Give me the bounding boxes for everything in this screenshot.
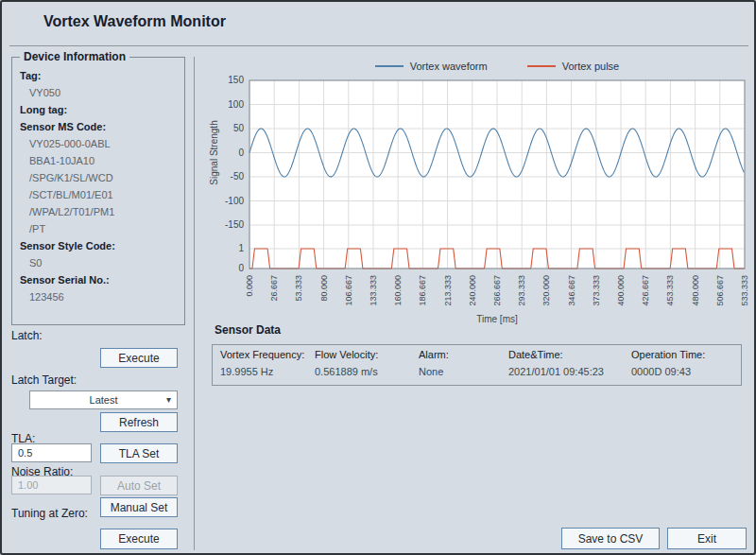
sensor-column-header: Date&Time: [508, 349, 631, 360]
device-field-value: /SCT/BL/M01/E01 [29, 186, 180, 203]
svg-text:-100: -100 [225, 196, 244, 206]
svg-text:53.333: 53.333 [294, 275, 303, 302]
svg-text:106.667: 106.667 [344, 275, 353, 306]
svg-text:26.667: 26.667 [269, 275, 279, 302]
sensor-column-value: None [419, 366, 508, 377]
waveform-pulse-chart: 0.00026.66753.33380.000106.667133.333160… [205, 55, 750, 335]
svg-text:Time [ms]: Time [ms] [476, 314, 518, 324]
device-field-value: S0 [29, 254, 180, 271]
svg-text:50: 50 [233, 123, 245, 133]
device-information-group: Device Information Tag:VY050Long tag:Sen… [11, 57, 185, 325]
svg-text:Signal Strength: Signal Strength [209, 120, 219, 184]
device-field-label: Sensor Serial No.: [20, 271, 180, 288]
svg-text:186.667: 186.667 [418, 275, 427, 306]
device-field-value: /SPG/K1/SL/WCD [29, 169, 180, 186]
svg-text:453.333: 453.333 [665, 275, 675, 306]
device-information-title: Device Information [20, 50, 129, 63]
sensor-data-values: 19.9955 Hz0.561889 m/sNone2021/01/01 09:… [220, 366, 741, 377]
tla-set-button[interactable]: TLA Set [100, 443, 178, 463]
svg-text:480.000: 480.000 [691, 275, 700, 306]
svg-text:293.333: 293.333 [517, 275, 526, 306]
svg-text:426.667: 426.667 [641, 275, 650, 306]
svg-text:400.000: 400.000 [616, 275, 626, 306]
refresh-button[interactable]: Refresh [100, 412, 178, 432]
device-field-value: BBA1-10JA10 [29, 152, 180, 169]
latch-target-value: Latest [90, 394, 118, 406]
svg-text:100: 100 [228, 99, 244, 110]
sensor-column-header: Flow Velocity: [315, 349, 419, 360]
device-field-label: Tag: [20, 67, 180, 84]
svg-text:0: 0 [238, 147, 244, 158]
tla-input[interactable] [11, 443, 92, 462]
tuning-at-zero-label: Tuning at Zero: [11, 507, 88, 520]
device-information-fields: Tag:VY050Long tag:Sensor MS Code:VY025-0… [20, 67, 180, 305]
sensor-column-header: Operation Time: [631, 349, 741, 360]
device-field-label: Long tag: [20, 101, 180, 118]
latch-target-label: Latch Target: [11, 373, 77, 387]
device-field-label: Sensor MS Code: [20, 118, 180, 135]
latch-label: Latch: [11, 329, 43, 342]
device-field-value: /WPA/L2/T01/PM1 [29, 203, 180, 220]
tuning-execute-button[interactable]: Execute [100, 529, 178, 549]
auto-set-button: Auto Set [100, 476, 178, 495]
sensor-column-header: Vortex Frequency: [220, 349, 315, 360]
sensor-data-title: Sensor Data [215, 323, 281, 337]
vertical-separator [194, 57, 195, 550]
device-field-value: VY025-000-0ABL [29, 135, 180, 152]
svg-text:320.000: 320.000 [541, 275, 551, 306]
svg-text:266.667: 266.667 [492, 275, 502, 306]
sensor-column-value: 19.9955 Hz [220, 366, 315, 377]
svg-text:-150: -150 [225, 219, 244, 230]
latch-execute-button[interactable]: Execute [100, 348, 178, 368]
svg-text:213.333: 213.333 [443, 275, 453, 306]
svg-text:80.000: 80.000 [319, 275, 329, 302]
noise-ratio-input [11, 476, 92, 494]
chevron-down-icon: ▾ [166, 394, 171, 405]
save-to-csv-button[interactable]: Save to CSV [561, 528, 660, 549]
svg-text:-50: -50 [231, 171, 245, 182]
sensor-data-headers: Vortex Frequency:Flow Velocity:Alarm:Dat… [220, 349, 741, 360]
sensor-column-value: 2021/01/01 09:45:23 [508, 366, 631, 377]
vortex-waveform-monitor-window: Vortex Waveform Monitor Device Informati… [0, 0, 756, 555]
device-field-value: VY050 [29, 84, 180, 101]
sensor-column-value: 0.561889 m/s [315, 366, 419, 377]
device-field-value: 123456 [29, 288, 180, 305]
sensor-data-table: Vortex Frequency:Flow Velocity:Alarm:Dat… [212, 344, 742, 386]
svg-text:133.333: 133.333 [369, 275, 378, 306]
title-separator [9, 45, 748, 46]
device-field-value: /PT [29, 220, 180, 237]
svg-text:373.333: 373.333 [592, 275, 601, 306]
exit-button[interactable]: Exit [667, 528, 747, 549]
svg-text:0.000: 0.000 [245, 275, 254, 297]
device-field-label: Sensor Style Code: [20, 237, 180, 254]
sensor-column-value: 0000D 09:43 [631, 366, 741, 377]
latch-target-dropdown[interactable]: Latest ▾ [29, 390, 178, 409]
manual-set-button[interactable]: Manual Set [100, 497, 178, 517]
svg-text:0: 0 [238, 263, 244, 273]
svg-text:506.667: 506.667 [715, 275, 725, 306]
svg-text:533.333: 533.333 [740, 275, 749, 306]
svg-text:346.667: 346.667 [567, 275, 576, 306]
waveform-chart-area: Vortex waveform Vortex pulse 0.00026.667… [205, 55, 750, 335]
svg-text:240.000: 240.000 [468, 275, 477, 306]
svg-text:1: 1 [238, 243, 244, 253]
page-title: Vortex Waveform Monitor [43, 13, 226, 30]
svg-text:150: 150 [228, 75, 244, 85]
sensor-column-header: Alarm: [419, 349, 508, 360]
svg-text:160.000: 160.000 [393, 275, 403, 306]
